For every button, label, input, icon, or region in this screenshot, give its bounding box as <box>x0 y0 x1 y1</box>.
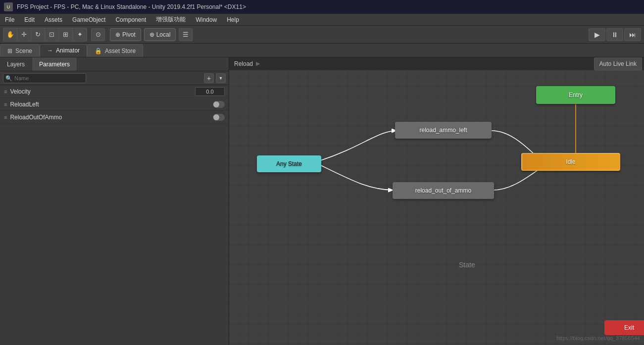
velocity-param-row: ≡ Velocity <box>0 85 229 98</box>
reload-out-toggle[interactable] <box>213 114 225 121</box>
velocity-param-name: Velocity <box>10 88 192 95</box>
playback-controls: ▶ ⏸ ⏭ <box>589 28 641 41</box>
hand-tool-button[interactable]: ✋ <box>3 28 17 41</box>
asset-store-tab-label: Asset Store <box>105 48 136 54</box>
menu-bar: File Edit Assets GameObject Component 增强… <box>0 14 644 26</box>
reload-out-of-ammo-label: reload_out_of_ammo <box>415 187 471 194</box>
menu-gameobject[interactable]: GameObject <box>67 14 110 25</box>
pause-button[interactable]: ⏸ <box>606 28 623 41</box>
menu-enhanced[interactable]: 增强版功能 <box>151 14 191 25</box>
watermark-text: https://blog.csdn.net/qq_37856544 <box>556 335 640 341</box>
menu-edit[interactable]: Edit <box>19 14 40 25</box>
velocity-value-input[interactable] <box>195 87 225 96</box>
idle-node[interactable]: Idle <box>521 153 620 171</box>
rect-tool-button[interactable]: ⊞ <box>59 28 73 41</box>
step-button[interactable]: ⏭ <box>624 28 641 41</box>
reload-out-eq-icon: ≡ <box>4 114 7 120</box>
pivot-button[interactable]: ⊕ Pivot <box>110 28 141 41</box>
scene-tab-label: Scene <box>15 48 32 54</box>
reload-left-eq-icon: ≡ <box>4 101 7 107</box>
reload-left-param-name: ReloadLeft <box>10 101 210 108</box>
reload-ammo-left-label: reload_ammo_left <box>419 127 467 134</box>
auto-live-link-button[interactable]: Auto Live Link <box>594 57 642 70</box>
exit-node[interactable]: Exit <box>604 320 644 335</box>
reload-out-of-ammo-node[interactable]: reload_out_of_ammo <box>393 182 494 199</box>
title-bar: U FPS Project - FPS - PC, Mac & Linux St… <box>0 0 644 14</box>
reload-left-toggle[interactable] <box>213 101 225 108</box>
scene-tab-icon: ⊞ <box>7 48 12 54</box>
watermark: https://blog.csdn.net/qq_37856544 <box>556 335 640 341</box>
local-button[interactable]: ⊕ Local <box>144 28 176 41</box>
reload-left-toggle-dot <box>213 101 219 107</box>
search-icon: 🔍 <box>5 75 12 81</box>
scene-tab[interactable]: ⊞ Scene <box>0 44 40 57</box>
reload-out-toggle-dot <box>213 114 219 120</box>
breadcrumb-arrow: ▶ <box>256 60 260 67</box>
auto-live-link-label: Auto Live Link <box>599 60 637 67</box>
animator-tab[interactable]: → Animator <box>40 44 87 57</box>
menu-help[interactable]: Help <box>222 14 244 25</box>
menu-window[interactable]: Window <box>191 14 222 25</box>
menu-file[interactable]: File <box>0 14 19 25</box>
menu-component[interactable]: Component <box>110 14 151 25</box>
search-container: 🔍 <box>3 73 202 83</box>
transform-tool-button[interactable]: ✦ <box>73 28 87 41</box>
unity-logo: U <box>4 2 13 11</box>
menu-assets[interactable]: Assets <box>40 14 67 25</box>
tool-group: ✋ ✛ ↻ ⊡ ⊞ ✦ <box>3 28 87 42</box>
add-parameter-dropdown[interactable]: ▼ <box>216 73 226 83</box>
parameters-label: Parameters <box>39 61 70 68</box>
entry-node[interactable]: Entry <box>536 86 615 104</box>
reload-left-param-row: ≡ ReloadLeft <box>0 98 229 111</box>
layers-label: Layers <box>7 61 25 68</box>
move-tool-button[interactable]: ✛ <box>17 28 31 41</box>
breadcrumb-reload: Reload <box>234 60 253 67</box>
any-state-node[interactable]: Any State <box>257 155 321 172</box>
play-button[interactable]: ▶ <box>589 28 605 41</box>
local-icon: ⊕ <box>149 31 154 38</box>
parameters-sub-tab[interactable]: Parameters <box>32 57 77 71</box>
breadcrumb-bar: Reload ▶ Auto Live Link <box>229 57 644 70</box>
toolbar: ✋ ✛ ↻ ⊡ ⊞ ✦ ⊙ ⊕ Pivot ⊕ Local ☰ ▶ ⏸ ⏭ <box>0 26 644 44</box>
search-input[interactable] <box>3 73 86 83</box>
reload-out-of-ammo-param-row: ≡ ReloadOutOfAmmo <box>0 111 229 124</box>
parameter-list: ≡ Velocity ≡ ReloadLeft ≡ ReloadOutOfAmm… <box>0 85 229 345</box>
search-bar: 🔍 + ▼ <box>0 71 229 85</box>
scale-tool-button[interactable]: ⊡ <box>45 28 59 41</box>
animator-canvas[interactable]: Reload ▶ Auto Live Link <box>229 57 644 345</box>
tab-row: ⊞ Scene → Animator 🔒 Asset Store <box>0 44 644 57</box>
asset-store-tab[interactable]: 🔒 Asset Store <box>87 44 143 57</box>
any-state-node-label: Any State <box>276 160 302 167</box>
idle-node-label: Idle <box>566 158 575 165</box>
animator-tab-label: Animator <box>56 47 80 54</box>
local-label: Local <box>156 31 171 38</box>
asset-store-tab-icon: 🔒 <box>95 48 102 54</box>
window-title: FPS Project - FPS - PC, Mac & Linux Stan… <box>17 3 246 10</box>
rotate-tool-button[interactable]: ↻ <box>31 28 45 41</box>
layers-sub-tab[interactable]: Layers <box>0 57 32 71</box>
reload-ammo-left-node[interactable]: reload_ammo_left <box>395 122 492 139</box>
pivot-label: Pivot <box>122 31 136 38</box>
layers-toggle-button[interactable]: ☰ <box>179 28 193 41</box>
pivot-icon: ⊕ <box>115 31 120 38</box>
velocity-eq-icon: ≡ <box>4 89 7 95</box>
custom-tool-button[interactable]: ⊙ <box>91 28 105 41</box>
state-label: State <box>459 261 475 269</box>
exit-node-label: Exit <box>624 324 634 331</box>
add-parameter-button[interactable]: + <box>204 73 214 83</box>
entry-node-label: Entry <box>569 92 583 99</box>
pivot-local-group: ⊕ Pivot ⊕ Local ☰ <box>110 28 193 41</box>
animator-tab-icon: → <box>47 47 53 54</box>
sub-tabs: Layers Parameters <box>0 57 229 71</box>
left-panel: Layers Parameters 🔍 + ▼ ≡ Velocity <box>0 57 229 345</box>
main-area: Layers Parameters 🔍 + ▼ ≡ Velocity <box>0 57 644 345</box>
reload-out-param-name: ReloadOutOfAmmo <box>10 114 210 121</box>
